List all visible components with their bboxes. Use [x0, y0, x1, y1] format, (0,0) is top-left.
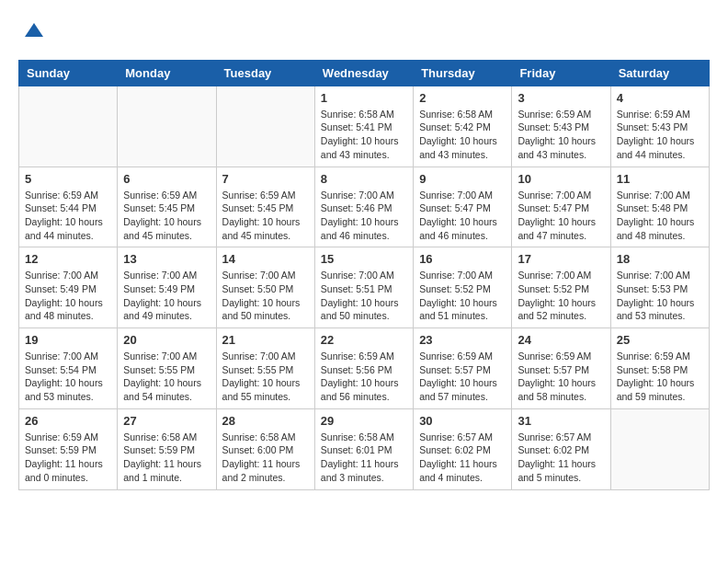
calendar-cell: 26Sunrise: 6:59 AM Sunset: 5:59 PM Dayli…	[19, 408, 118, 489]
day-detail: Sunrise: 6:59 AM Sunset: 5:43 PM Dayligh…	[518, 108, 604, 162]
calendar-cell: 14Sunrise: 7:00 AM Sunset: 5:50 PM Dayli…	[216, 247, 314, 328]
day-detail: Sunrise: 6:59 AM Sunset: 5:57 PM Dayligh…	[518, 350, 604, 404]
day-number: 1	[321, 91, 407, 105]
day-detail: Sunrise: 7:00 AM Sunset: 5:50 PM Dayligh…	[222, 269, 309, 323]
calendar-cell: 18Sunrise: 7:00 AM Sunset: 5:53 PM Dayli…	[610, 247, 709, 328]
day-number: 12	[25, 252, 111, 266]
calendar-cell: 2Sunrise: 6:58 AM Sunset: 5:42 PM Daylig…	[414, 86, 512, 167]
calendar-cell: 16Sunrise: 7:00 AM Sunset: 5:52 PM Dayli…	[414, 247, 512, 328]
day-detail: Sunrise: 6:59 AM Sunset: 5:59 PM Dayligh…	[25, 431, 111, 485]
day-detail: Sunrise: 6:58 AM Sunset: 5:42 PM Dayligh…	[419, 108, 506, 162]
calendar-cell: 23Sunrise: 6:59 AM Sunset: 5:57 PM Dayli…	[414, 328, 512, 409]
day-detail: Sunrise: 6:59 AM Sunset: 5:45 PM Dayligh…	[222, 189, 309, 243]
day-number: 20	[123, 333, 210, 347]
day-detail: Sunrise: 7:00 AM Sunset: 5:54 PM Dayligh…	[25, 350, 111, 404]
day-number: 30	[419, 414, 506, 428]
calendar-cell: 11Sunrise: 7:00 AM Sunset: 5:48 PM Dayli…	[610, 167, 709, 247]
calendar-cell: 15Sunrise: 7:00 AM Sunset: 5:51 PM Dayli…	[314, 247, 413, 328]
svg-marker-0	[25, 23, 43, 37]
weekday-header-row: SundayMondayTuesdayWednesdayThursdayFrid…	[19, 60, 710, 86]
day-detail: Sunrise: 6:59 AM Sunset: 5:45 PM Dayligh…	[123, 189, 210, 243]
day-number: 24	[518, 333, 604, 347]
day-number: 6	[123, 172, 210, 186]
day-number: 13	[123, 252, 210, 266]
day-detail: Sunrise: 6:59 AM Sunset: 5:43 PM Dayligh…	[617, 108, 703, 162]
day-detail: Sunrise: 7:00 AM Sunset: 5:46 PM Dayligh…	[321, 189, 407, 243]
day-number: 27	[123, 414, 210, 428]
day-detail: Sunrise: 7:00 AM Sunset: 5:47 PM Dayligh…	[419, 189, 506, 243]
day-detail: Sunrise: 6:58 AM Sunset: 6:00 PM Dayligh…	[222, 431, 309, 485]
day-number: 26	[25, 414, 111, 428]
calendar-cell	[610, 408, 709, 489]
weekday-header-friday: Friday	[512, 60, 610, 86]
day-number: 2	[419, 91, 506, 105]
day-detail: Sunrise: 6:58 AM Sunset: 5:41 PM Dayligh…	[321, 108, 407, 162]
week-row-1: 1Sunrise: 6:58 AM Sunset: 5:41 PM Daylig…	[19, 86, 710, 167]
logo-icon	[20, 18, 48, 46]
day-number: 16	[419, 252, 506, 266]
day-number: 3	[518, 91, 604, 105]
calendar-cell: 13Sunrise: 7:00 AM Sunset: 5:49 PM Dayli…	[118, 247, 216, 328]
calendar-cell: 20Sunrise: 7:00 AM Sunset: 5:55 PM Dayli…	[118, 328, 216, 409]
day-detail: Sunrise: 6:59 AM Sunset: 5:44 PM Dayligh…	[25, 189, 111, 243]
weekday-header-thursday: Thursday	[414, 60, 512, 86]
day-detail: Sunrise: 6:57 AM Sunset: 6:02 PM Dayligh…	[518, 431, 604, 485]
day-number: 18	[617, 252, 703, 266]
day-number: 22	[321, 333, 407, 347]
day-detail: Sunrise: 7:00 AM Sunset: 5:49 PM Dayligh…	[25, 269, 111, 323]
day-detail: Sunrise: 6:58 AM Sunset: 6:01 PM Dayligh…	[321, 431, 407, 485]
calendar-cell: 4Sunrise: 6:59 AM Sunset: 5:43 PM Daylig…	[610, 86, 709, 167]
calendar-cell: 10Sunrise: 7:00 AM Sunset: 5:47 PM Dayli…	[512, 167, 610, 247]
day-number: 28	[222, 414, 309, 428]
calendar-cell: 19Sunrise: 7:00 AM Sunset: 5:54 PM Dayli…	[19, 328, 118, 409]
day-detail: Sunrise: 7:00 AM Sunset: 5:55 PM Dayligh…	[222, 350, 309, 404]
calendar-cell: 29Sunrise: 6:58 AM Sunset: 6:01 PM Dayli…	[314, 408, 413, 489]
day-detail: Sunrise: 7:00 AM Sunset: 5:51 PM Dayligh…	[321, 269, 407, 323]
weekday-header-monday: Monday	[118, 60, 216, 86]
calendar-cell: 7Sunrise: 6:59 AM Sunset: 5:45 PM Daylig…	[216, 167, 314, 247]
day-detail: Sunrise: 7:00 AM Sunset: 5:48 PM Dayligh…	[617, 189, 703, 243]
day-detail: Sunrise: 7:00 AM Sunset: 5:55 PM Dayligh…	[123, 350, 210, 404]
day-detail: Sunrise: 7:00 AM Sunset: 5:52 PM Dayligh…	[419, 269, 506, 323]
day-detail: Sunrise: 6:59 AM Sunset: 5:58 PM Dayligh…	[617, 350, 703, 404]
calendar-cell: 5Sunrise: 6:59 AM Sunset: 5:44 PM Daylig…	[19, 167, 118, 247]
day-detail: Sunrise: 6:59 AM Sunset: 5:57 PM Dayligh…	[419, 350, 506, 404]
day-number: 19	[25, 333, 111, 347]
calendar-cell: 30Sunrise: 6:57 AM Sunset: 6:02 PM Dayli…	[414, 408, 512, 489]
calendar-cell: 21Sunrise: 7:00 AM Sunset: 5:55 PM Dayli…	[216, 328, 314, 409]
day-number: 9	[419, 172, 506, 186]
week-row-4: 19Sunrise: 7:00 AM Sunset: 5:54 PM Dayli…	[19, 328, 710, 409]
calendar-cell: 22Sunrise: 6:59 AM Sunset: 5:56 PM Dayli…	[314, 328, 413, 409]
calendar-cell	[118, 86, 216, 167]
day-number: 21	[222, 333, 309, 347]
week-row-2: 5Sunrise: 6:59 AM Sunset: 5:44 PM Daylig…	[19, 167, 710, 247]
day-detail: Sunrise: 6:57 AM Sunset: 6:02 PM Dayligh…	[419, 431, 506, 485]
weekday-header-sunday: Sunday	[19, 60, 118, 86]
calendar-cell: 27Sunrise: 6:58 AM Sunset: 5:59 PM Dayli…	[118, 408, 216, 489]
day-number: 11	[617, 172, 703, 186]
calendar-cell: 9Sunrise: 7:00 AM Sunset: 5:47 PM Daylig…	[414, 167, 512, 247]
weekday-header-wednesday: Wednesday	[314, 60, 413, 86]
calendar-cell: 1Sunrise: 6:58 AM Sunset: 5:41 PM Daylig…	[314, 86, 413, 167]
calendar-cell: 3Sunrise: 6:59 AM Sunset: 5:43 PM Daylig…	[512, 86, 610, 167]
page-header	[18, 18, 710, 51]
week-row-5: 26Sunrise: 6:59 AM Sunset: 5:59 PM Dayli…	[19, 408, 710, 489]
day-detail: Sunrise: 7:00 AM Sunset: 5:53 PM Dayligh…	[617, 269, 703, 323]
calendar-cell: 8Sunrise: 7:00 AM Sunset: 5:46 PM Daylig…	[314, 167, 413, 247]
calendar-cell: 28Sunrise: 6:58 AM Sunset: 6:00 PM Dayli…	[216, 408, 314, 489]
calendar-cell: 24Sunrise: 6:59 AM Sunset: 5:57 PM Dayli…	[512, 328, 610, 409]
weekday-header-tuesday: Tuesday	[216, 60, 314, 86]
day-number: 4	[617, 91, 703, 105]
day-detail: Sunrise: 7:00 AM Sunset: 5:49 PM Dayligh…	[123, 269, 210, 323]
day-number: 15	[321, 252, 407, 266]
calendar-cell: 17Sunrise: 7:00 AM Sunset: 5:52 PM Dayli…	[512, 247, 610, 328]
calendar-cell: 31Sunrise: 6:57 AM Sunset: 6:02 PM Dayli…	[512, 408, 610, 489]
day-detail: Sunrise: 7:00 AM Sunset: 5:52 PM Dayligh…	[518, 269, 604, 323]
calendar-cell	[19, 86, 118, 167]
calendar-cell: 6Sunrise: 6:59 AM Sunset: 5:45 PM Daylig…	[118, 167, 216, 247]
calendar-cell: 12Sunrise: 7:00 AM Sunset: 5:49 PM Dayli…	[19, 247, 118, 328]
day-number: 5	[25, 172, 111, 186]
day-detail: Sunrise: 6:59 AM Sunset: 5:56 PM Dayligh…	[321, 350, 407, 404]
logo	[18, 18, 48, 51]
day-number: 7	[222, 172, 309, 186]
